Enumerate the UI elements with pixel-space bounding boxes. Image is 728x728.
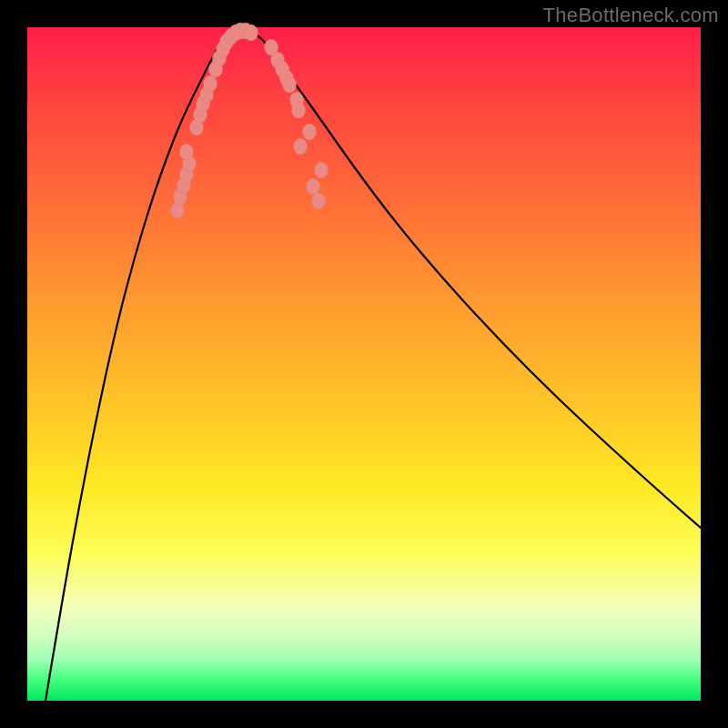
scatter-dot	[307, 178, 320, 195]
watermark-text: TheBottleneck.com	[543, 4, 719, 27]
scatter-dot	[283, 76, 297, 93]
curve-left-branch	[46, 31, 232, 701]
scatter-dot	[315, 162, 329, 178]
chart-frame: TheBottleneck.com	[0, 0, 728, 728]
plot-area	[27, 27, 701, 701]
scatter-markers	[171, 23, 329, 218]
scatter-dot	[312, 193, 326, 209]
scatter-dot	[294, 138, 308, 155]
curve-right-branch	[250, 31, 701, 528]
scatter-dot	[292, 102, 306, 118]
scatter-dot	[245, 25, 258, 41]
scatter-dot	[303, 124, 317, 140]
curve-lines	[46, 31, 701, 701]
curve-svg	[27, 27, 701, 701]
scatter-dot	[180, 144, 194, 160]
scatter-dot	[204, 76, 217, 92]
